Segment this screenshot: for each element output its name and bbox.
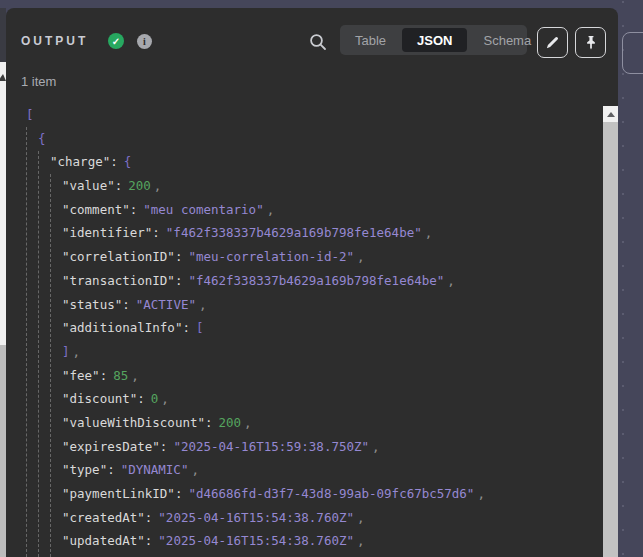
json-token-key: "expiresDate" — [62, 439, 160, 454]
json-line: "type":"DYNAMIC", — [6, 458, 603, 482]
canvas-element-outline — [622, 32, 643, 74]
json-token-comma: , — [154, 178, 162, 193]
json-token-num: 0 — [151, 391, 159, 406]
info-circle-icon[interactable]: i — [137, 34, 152, 49]
json-token-num: 85 — [113, 368, 128, 383]
check-circle-icon: ✓ — [108, 33, 124, 49]
json-token-num: 200 — [128, 178, 151, 193]
json-token-comma: , — [357, 533, 365, 548]
json-token-comma: , — [161, 391, 169, 406]
json-line: "createdAt":"2025-04-16T15:54:38.760Z", — [6, 506, 603, 530]
indent-guide — [50, 174, 51, 557]
search-icon[interactable] — [308, 32, 328, 52]
json-token-colon: : — [175, 273, 183, 288]
json-token-key: "transactionID" — [62, 273, 175, 288]
json-line: "expiresDate":"2025-04-16T15:59:38.750Z"… — [6, 435, 603, 459]
json-token-key: "additionalInfo" — [62, 320, 182, 335]
json-token-brk: { — [38, 131, 46, 146]
json-token-key: "value" — [62, 178, 115, 193]
json-token-colon: : — [182, 320, 190, 335]
json-token-str: "meu comentario" — [143, 202, 263, 217]
json-line: "fee":85, — [6, 364, 603, 388]
pin-data-button[interactable] — [575, 27, 606, 58]
json-token-comma: , — [199, 297, 207, 312]
json-line: "discount":0, — [6, 387, 603, 411]
json-token-str: "2025-04-16T15:54:38.760Z" — [158, 510, 354, 525]
json-line: "valueWithDiscount":200, — [6, 411, 603, 435]
json-token-str: "ACTIVE" — [136, 297, 196, 312]
json-token-colon: : — [122, 297, 130, 312]
json-token-colon: : — [115, 178, 123, 193]
json-token-key: "correlationID" — [62, 249, 175, 264]
pin-icon — [584, 35, 598, 50]
pencil-icon — [545, 35, 560, 50]
json-token-key: "fee" — [62, 368, 100, 383]
scrollbar-thumb[interactable] — [603, 122, 618, 557]
json-token-num: 200 — [219, 415, 242, 430]
json-token-str: "d46686fd-d3f7-43d8-99ab-09fc67bc57d6" — [188, 486, 474, 501]
json-token-colon: : — [107, 462, 115, 477]
json-token-key: "type" — [62, 462, 107, 477]
json-output-view: [{"charge":{"value":200,"comment":"meu c… — [6, 103, 603, 557]
json-line: "additionalInfo":[ — [6, 316, 603, 340]
json-token-comma: , — [244, 415, 252, 430]
json-token-str: "f462f338337b4629a169b798fe1e64be" — [166, 225, 422, 240]
arrow-up-icon — [607, 112, 615, 117]
json-token-colon: : — [145, 533, 153, 548]
output-panel: OUTPUT ✓ i TableJSONSchema 1 item [{"cha… — [6, 8, 618, 557]
json-token-comma: , — [191, 462, 199, 477]
json-token-comma: , — [73, 344, 81, 359]
json-token-colon: : — [160, 439, 168, 454]
json-token-key: "valueWithDiscount" — [62, 415, 205, 430]
json-line: ], — [6, 340, 603, 364]
view-mode-tabs: TableJSONSchema — [340, 25, 527, 55]
json-line: "updatedAt":"2025-04-16T15:54:38.760Z", — [6, 529, 603, 553]
json-token-comma: , — [267, 202, 275, 217]
json-line: "brCode":"00020101021226810014br.gov.bcb… — [6, 553, 603, 557]
json-token-brk: [ — [196, 320, 204, 335]
edit-output-button[interactable] — [537, 27, 568, 58]
scrollbar-up-button[interactable] — [603, 106, 618, 122]
json-token-colon: : — [175, 249, 183, 264]
json-token-key: "createdAt" — [62, 510, 145, 525]
json-token-key: "updatedAt" — [62, 533, 145, 548]
json-line: "charge":{ — [6, 150, 603, 174]
json-token-colon: : — [130, 202, 138, 217]
json-line: "status":"ACTIVE", — [6, 293, 603, 317]
json-line: "paymentLinkID":"d46686fd-d3f7-43d8-99ab… — [6, 482, 603, 506]
panel-title: OUTPUT — [21, 34, 88, 48]
json-line: "value":200, — [6, 174, 603, 198]
json-token-key: "status" — [62, 297, 122, 312]
json-token-key: "charge" — [50, 154, 110, 169]
json-token-comma: , — [425, 225, 433, 240]
json-token-brk: [ — [26, 107, 34, 122]
json-token-comma: , — [477, 486, 485, 501]
json-token-colon: : — [205, 415, 213, 430]
json-token-comma: , — [357, 249, 365, 264]
json-token-comma: , — [372, 439, 380, 454]
json-token-comma: , — [447, 273, 455, 288]
json-line: "correlationID":"meu-correlation-id-2", — [6, 245, 603, 269]
indent-guide — [38, 151, 39, 557]
output-scrollbar[interactable] — [603, 106, 618, 557]
json-token-str: "2025-04-16T15:54:38.760Z" — [158, 533, 354, 548]
json-token-str: "2025-04-16T15:59:38.750Z" — [173, 439, 369, 454]
json-token-colon: : — [110, 154, 118, 169]
json-token-str: "f462f338337b4629a169b798fe1e64be" — [188, 273, 444, 288]
json-token-brk: { — [124, 154, 132, 169]
json-token-colon: : — [152, 225, 160, 240]
json-token-colon: : — [100, 368, 108, 383]
indent-guide — [26, 127, 27, 557]
tab-schema[interactable]: Schema — [469, 28, 545, 52]
json-token-key: "comment" — [62, 202, 130, 217]
json-line: { — [6, 127, 603, 151]
json-token-key: "identifier" — [62, 225, 152, 240]
json-token-brk: ] — [62, 344, 70, 359]
json-line: [ — [6, 103, 603, 127]
json-token-comma: , — [357, 510, 365, 525]
json-token-str: "DYNAMIC" — [121, 462, 189, 477]
tab-json[interactable]: JSON — [402, 28, 467, 52]
tab-table[interactable]: Table — [341, 28, 400, 52]
json-token-comma: , — [131, 368, 139, 383]
json-token-key: "paymentLinkID" — [62, 486, 175, 501]
